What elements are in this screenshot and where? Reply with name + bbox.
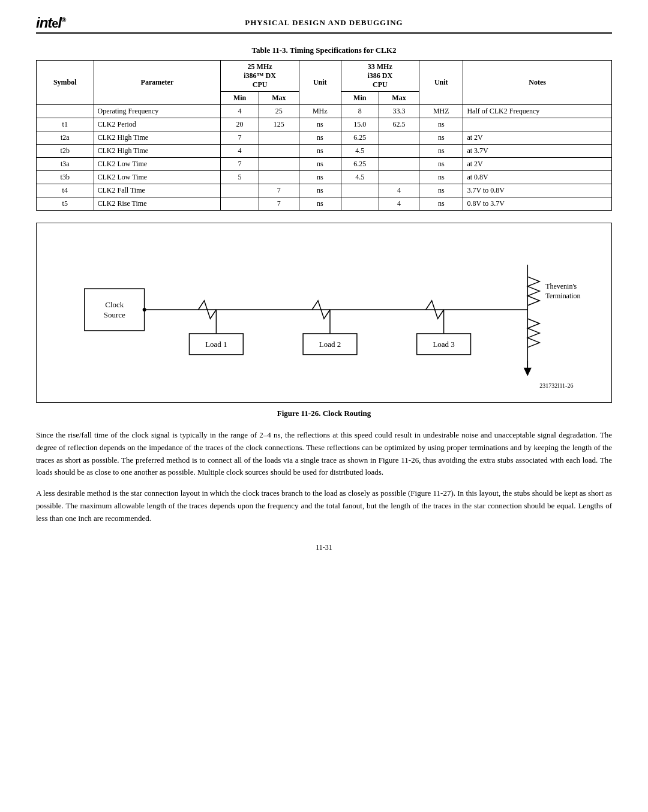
cell-unit2: ns <box>419 145 463 158</box>
cell-parameter: CLK2 Fall Time <box>94 184 221 197</box>
table-body: Operating Frequency 4 25 MHz 8 33.3 MHZ … <box>37 105 612 211</box>
table-row: t1 CLK2 Period 20 125 ns 15.0 62.5 ns <box>37 118 612 131</box>
cell-33-max <box>379 131 419 145</box>
cell-25-max: 7 <box>259 197 299 211</box>
col-25-min: Min <box>221 92 259 105</box>
cell-unit2: ns <box>419 197 463 211</box>
cell-unit2: ns <box>419 184 463 197</box>
table-row: t2b CLK2 High Time 4 ns 4.5 ns at 3.7V <box>37 145 612 158</box>
registered-mark: ® <box>61 16 65 23</box>
cell-25-max: 7 <box>259 184 299 197</box>
cell-33-min: 15.0 <box>341 118 379 131</box>
cell-25-min: 5 <box>221 171 259 184</box>
cell-33-min: 8 <box>341 105 379 118</box>
cell-unit2: ns <box>419 158 463 171</box>
cell-33-min <box>341 184 379 197</box>
svg-text:Source: Source <box>104 310 125 319</box>
table-title: Table 11-3. Timing Specifications for CL… <box>36 46 612 55</box>
cell-symbol <box>37 105 94 118</box>
cell-33-min: 6.25 <box>341 131 379 145</box>
figure-caption: Figure 11-26. Clock Routing <box>36 409 612 418</box>
cell-unit1: ns <box>299 158 341 171</box>
body-text-container: Since the rise/fall time of the clock si… <box>36 429 612 525</box>
cell-unit1: ns <box>299 118 341 131</box>
cell-parameter: CLK2 Period <box>94 118 221 131</box>
col-25mhz-group: 25 MHzi386™ DXCPU <box>221 61 299 92</box>
cell-33-max <box>379 145 419 158</box>
col-symbol: Symbol <box>37 61 94 105</box>
paragraph-2: A less desirable method is the star conn… <box>36 487 612 525</box>
cell-unit2: MHZ <box>419 105 463 118</box>
intel-logo: intel® <box>36 14 65 31</box>
col-33-min: Min <box>341 92 379 105</box>
cell-33-min: 6.25 <box>341 158 379 171</box>
cell-25-max <box>259 171 299 184</box>
table-row: t3a CLK2 Low Time 7 ns 6.25 ns at 2V <box>37 158 612 171</box>
cell-25-min: 20 <box>221 118 259 131</box>
cell-notes: at 2V <box>463 158 612 171</box>
cell-notes: at 0.8V <box>463 171 612 184</box>
cell-unit2: ns <box>419 171 463 184</box>
cell-symbol: t1 <box>37 118 94 131</box>
col-unit2: Unit <box>419 61 463 105</box>
cell-unit1: MHz <box>299 105 341 118</box>
cell-notes: 3.7V to 0.8V <box>463 184 612 197</box>
cell-33-min <box>341 197 379 211</box>
cell-33-max <box>379 171 419 184</box>
clock-routing-diagram: Clock Source Load 1 Load 2 Load 3 <box>36 223 612 403</box>
cell-25-min: 4 <box>221 105 259 118</box>
cell-33-min: 4.5 <box>341 171 379 184</box>
svg-text:Termination: Termination <box>545 292 580 300</box>
table-header-row-1: Symbol Parameter 25 MHzi386™ DXCPU Unit … <box>37 61 612 92</box>
cell-33-max: 62.5 <box>379 118 419 131</box>
cell-symbol: t4 <box>37 184 94 197</box>
cell-notes: at 3.7V <box>463 145 612 158</box>
page-header: intel® PHYSICAL DESIGN AND DEBUGGING <box>36 18 612 34</box>
svg-text:Load 1: Load 1 <box>205 340 227 349</box>
cell-parameter: CLK2 Low Time <box>94 158 221 171</box>
cell-25-max: 125 <box>259 118 299 131</box>
cell-notes: Half of CLK2 Frequency <box>463 105 612 118</box>
timing-table: Symbol Parameter 25 MHzi386™ DXCPU Unit … <box>36 60 612 211</box>
cell-25-min <box>221 184 259 197</box>
table-row: t4 CLK2 Fall Time 7 ns 4 ns 3.7V to 0.8V <box>37 184 612 197</box>
col-33-max: Max <box>379 92 419 105</box>
col-25-max: Max <box>259 92 299 105</box>
cell-parameter: CLK2 Low Time <box>94 171 221 184</box>
cell-33-max: 33.3 <box>379 105 419 118</box>
cell-33-max: 4 <box>379 184 419 197</box>
svg-text:Load 3: Load 3 <box>433 340 454 349</box>
cell-parameter: CLK2 Rise Time <box>94 197 221 211</box>
cell-notes: at 2V <box>463 131 612 145</box>
col-notes: Notes <box>463 61 612 105</box>
cell-unit1: ns <box>299 171 341 184</box>
cell-unit1: ns <box>299 145 341 158</box>
table-row: t5 CLK2 Rise Time 7 ns 4 ns 0.8V to 3.7V <box>37 197 612 211</box>
page-number: 11-31 <box>36 543 612 552</box>
cell-25-max <box>259 131 299 145</box>
cell-symbol: t2a <box>37 131 94 145</box>
cell-25-min: 4 <box>221 145 259 158</box>
cell-25-max <box>259 145 299 158</box>
col-parameter: Parameter <box>94 61 221 105</box>
cell-33-max: 4 <box>379 197 419 211</box>
cell-25-max <box>259 158 299 171</box>
svg-text:Thevenin's: Thevenin's <box>545 282 577 290</box>
table-row: t2a CLK2 High Time 7 ns 6.25 ns at 2V <box>37 131 612 145</box>
cell-unit2: ns <box>419 118 463 131</box>
cell-unit1: ns <box>299 184 341 197</box>
svg-text:Clock: Clock <box>105 300 124 309</box>
cell-symbol: t5 <box>37 197 94 211</box>
cell-25-min <box>221 197 259 211</box>
cell-symbol: t2b <box>37 145 94 158</box>
cell-33-min: 4.5 <box>341 145 379 158</box>
diagram-svg: Clock Source Load 1 Load 2 Load 3 <box>37 223 611 402</box>
cell-unit1: ns <box>299 197 341 211</box>
cell-25-max: 25 <box>259 105 299 118</box>
table-row: t3b CLK2 Low Time 5 ns 4.5 ns at 0.8V <box>37 171 612 184</box>
cell-notes <box>463 118 612 131</box>
col-unit1: Unit <box>299 61 341 105</box>
cell-symbol: t3b <box>37 171 94 184</box>
cell-25-min: 7 <box>221 131 259 145</box>
paragraph-1: Since the rise/fall time of the clock si… <box>36 429 612 479</box>
